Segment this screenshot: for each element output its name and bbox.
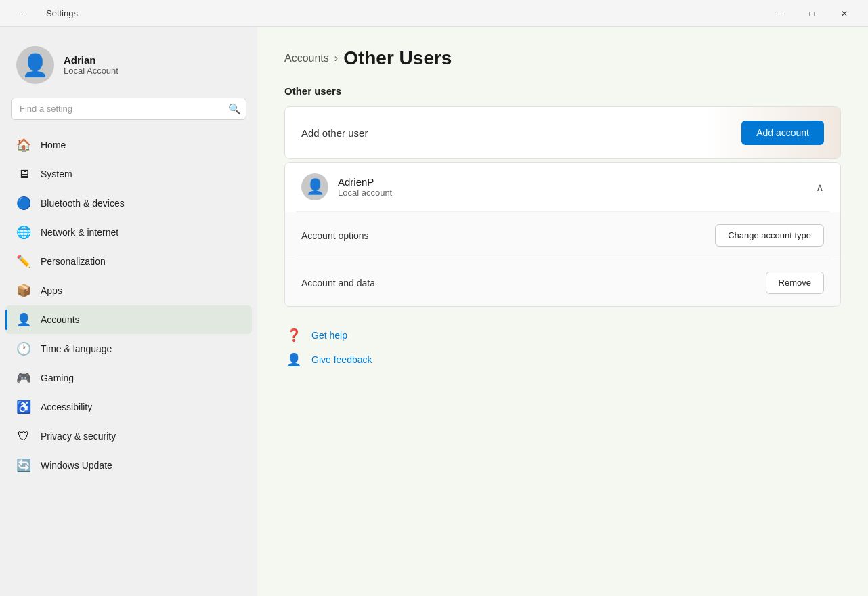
user-info: Adrian Local Account: [64, 54, 118, 76]
give-feedback-link[interactable]: 👤 Give feedback: [284, 350, 841, 369]
user-profile: 👤 Adrian Local Account: [0, 27, 257, 98]
account-data-row: Account and data Remove: [285, 259, 840, 306]
give-feedback-label: Give feedback: [311, 354, 372, 365]
user-card-info: 👤 AdrienP Local account: [301, 173, 392, 200]
sidebar-item-label: Personalization: [41, 256, 106, 267]
network-icon: 🌐: [16, 225, 31, 240]
get-help-link[interactable]: ❓ Get help: [284, 326, 841, 345]
sidebar-item-apps[interactable]: 📦 Apps: [5, 276, 252, 305]
search-box: 🔍: [11, 98, 246, 120]
add-user-label: Add other user: [301, 127, 368, 139]
nav-list: 🏠 Home 🖥 System 🔵 Bluetooth & devices 🌐 …: [0, 131, 257, 480]
sidebar-item-label: Home: [41, 140, 66, 150]
sidebar-item-network[interactable]: 🌐 Network & internet: [5, 218, 252, 247]
sidebar-item-label: Apps: [41, 285, 62, 296]
get-help-icon: ❓: [284, 326, 303, 345]
chevron-up-icon: ∧: [816, 181, 824, 194]
user-card: 👤 AdrienP Local account ∧ Account option…: [284, 162, 841, 307]
sidebar-item-gaming[interactable]: 🎮 Gaming: [5, 364, 252, 392]
update-icon: 🔄: [16, 458, 31, 473]
sidebar-item-label: Gaming: [41, 372, 74, 383]
get-help-label: Get help: [311, 330, 347, 341]
user-card-name: AdrienP: [338, 176, 392, 188]
sidebar-item-update[interactable]: 🔄 Windows Update: [5, 451, 252, 480]
sidebar-item-label: Windows Update: [41, 460, 112, 471]
avatar: 👤: [16, 46, 54, 84]
user-card-avatar: 👤: [301, 173, 328, 200]
personalization-icon: ✏️: [16, 254, 31, 269]
add-account-button[interactable]: Add account: [741, 121, 824, 145]
sidebar-item-label: Accessibility: [41, 402, 92, 412]
sidebar-item-label: System: [41, 169, 72, 179]
main-content: Accounts › Other Users Other users Add o…: [257, 27, 868, 596]
apps-icon: 📦: [16, 283, 31, 298]
sidebar-item-bluetooth[interactable]: 🔵 Bluetooth & devices: [5, 189, 252, 217]
breadcrumb-separator: ›: [334, 52, 338, 64]
remove-button[interactable]: Remove: [766, 272, 824, 294]
time-icon: 🕐: [16, 341, 31, 356]
sidebar-item-label: Network & internet: [41, 227, 118, 238]
user-card-header[interactable]: 👤 AdrienP Local account ∧: [285, 163, 840, 211]
sidebar-item-label: Accounts: [41, 314, 80, 325]
sidebar-item-personalization[interactable]: ✏️ Personalization: [5, 247, 252, 276]
accessibility-icon: ♿: [16, 400, 31, 414]
minimize-button[interactable]: —: [764, 3, 795, 24]
maximize-button[interactable]: □: [796, 3, 827, 24]
app-body: 👤 Adrian Local Account 🔍 🏠 Home 🖥 System…: [0, 27, 868, 596]
sidebar-item-label: Time & language: [41, 343, 112, 354]
give-feedback-icon: 👤: [284, 350, 303, 369]
search-input[interactable]: [11, 98, 246, 120]
back-button[interactable]: ←: [8, 3, 39, 24]
breadcrumb-parent[interactable]: Accounts: [284, 52, 329, 64]
search-button[interactable]: 🔍: [228, 103, 241, 115]
titlebar: ← Settings — □ ✕: [0, 0, 868, 27]
account-data-label: Account and data: [301, 278, 375, 289]
sidebar-item-accessibility[interactable]: ♿ Accessibility: [5, 393, 252, 421]
breadcrumb-current: Other Users: [343, 47, 452, 69]
breadcrumb: Accounts › Other Users: [284, 47, 841, 69]
sidebar-item-label: Bluetooth & devices: [41, 198, 125, 209]
user-icon: 👤: [22, 52, 49, 78]
sidebar: 👤 Adrian Local Account 🔍 🏠 Home 🖥 System…: [0, 27, 257, 596]
user-card-type: Local account: [338, 188, 392, 198]
sidebar-item-label: Privacy & security: [41, 431, 116, 442]
privacy-icon: 🛡: [16, 429, 31, 444]
sidebar-item-accounts[interactable]: 👤 Accounts: [5, 305, 252, 334]
sidebar-item-time[interactable]: 🕐 Time & language: [5, 335, 252, 363]
change-account-type-button[interactable]: Change account type: [715, 224, 824, 247]
sidebar-item-privacy[interactable]: 🛡 Privacy & security: [5, 422, 252, 450]
sidebar-item-home[interactable]: 🏠 Home: [5, 131, 252, 159]
account-options-row: Account options Change account type: [285, 212, 840, 259]
system-icon: 🖥: [16, 167, 31, 182]
bluetooth-icon: 🔵: [16, 196, 31, 211]
accounts-icon: 👤: [16, 312, 31, 327]
home-icon: 🏠: [16, 137, 31, 152]
user-type: Local Account: [64, 66, 118, 76]
window-controls: — □ ✕: [764, 3, 860, 24]
close-button[interactable]: ✕: [829, 3, 860, 24]
add-user-row: Add other user Add account: [284, 106, 841, 159]
sidebar-item-system[interactable]: 🖥 System: [5, 160, 252, 188]
user-name: Adrian: [64, 54, 118, 66]
help-section: ❓ Get help 👤 Give feedback: [284, 326, 841, 369]
section-title: Other users: [284, 85, 841, 97]
account-options-label: Account options: [301, 230, 369, 241]
gaming-icon: 🎮: [16, 370, 31, 385]
app-title: Settings: [46, 8, 78, 18]
